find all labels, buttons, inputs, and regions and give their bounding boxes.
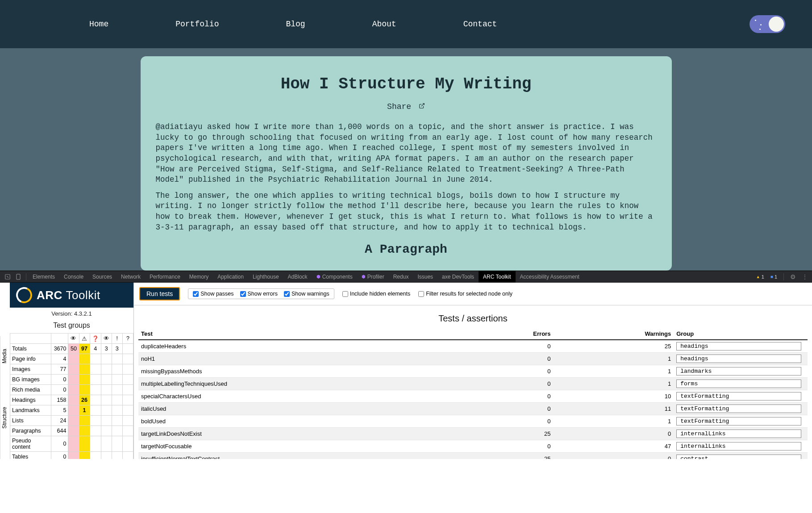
test-group-row[interactable]: Totals36705097433 bbox=[10, 344, 133, 354]
test-groups-title: Test groups bbox=[10, 320, 133, 333]
devtools-tab[interactable]: Console bbox=[59, 271, 88, 283]
devtools-tab[interactable]: Accessibility Assessment bbox=[516, 271, 584, 283]
nav-blog[interactable]: Blog bbox=[286, 20, 305, 29]
theme-toggle-knob bbox=[769, 17, 784, 32]
group-pill[interactable]: textFormatting bbox=[676, 417, 801, 425]
share-link[interactable]: Share bbox=[387, 102, 425, 111]
group-pill[interactable]: forms bbox=[676, 380, 801, 388]
group-pill[interactable]: headings bbox=[676, 355, 801, 363]
arc-logo: ARC Toolkit bbox=[10, 283, 133, 308]
svg-line-0 bbox=[421, 104, 424, 106]
devtools-tab[interactable]: AdBlock bbox=[283, 271, 312, 283]
q-col-icon: ? bbox=[122, 334, 133, 344]
devtools-tab[interactable]: ARC Toolkit bbox=[479, 271, 515, 283]
help-col-icon: ❓ bbox=[90, 334, 101, 344]
test-group-row[interactable]: Page info4 bbox=[10, 354, 133, 364]
hidden-col-icon: 👁 bbox=[101, 334, 112, 344]
col-errors: Errors bbox=[460, 328, 554, 340]
test-row[interactable]: targetNotFocusable047internalLinks bbox=[138, 440, 808, 453]
devtools-tab[interactable]: Components bbox=[312, 271, 357, 283]
nav-contact[interactable]: Contact bbox=[463, 20, 497, 29]
test-group-row[interactable]: Lists24 bbox=[10, 416, 133, 426]
devtools-tab[interactable]: Issues bbox=[413, 271, 437, 283]
test-group-row[interactable]: Landmarks51 bbox=[10, 405, 133, 416]
devtools-tab[interactable]: Profiler bbox=[357, 271, 389, 283]
article-paragraph: The long answer, the one which applies t… bbox=[156, 191, 657, 233]
group-pill[interactable]: contrast bbox=[676, 455, 801, 459]
info-badge[interactable]: 1 bbox=[769, 274, 779, 279]
test-row[interactable]: boldUsed01textFormatting bbox=[138, 415, 808, 428]
devtools-tab[interactable]: Performance bbox=[145, 271, 185, 283]
group-pill[interactable]: internalLinks bbox=[676, 430, 801, 438]
warnings-badge[interactable]: 1 bbox=[754, 274, 766, 279]
inspect-icon[interactable] bbox=[3, 273, 12, 281]
test-group-row[interactable]: BG images0 bbox=[10, 375, 133, 385]
article-title: How I Structure My Writing bbox=[156, 75, 657, 93]
test-row[interactable]: targetLinkDoesNotExist250internalLinks bbox=[138, 428, 808, 440]
group-pill[interactable]: headings bbox=[676, 342, 801, 350]
devtools-tab[interactable]: Sources bbox=[88, 271, 117, 283]
section-label-media: Media bbox=[0, 336, 10, 376]
external-link-icon bbox=[419, 102, 425, 111]
tests-table: Test Errors Warnings Group duplicateHead… bbox=[138, 328, 808, 459]
article-paragraph: @adiatiayu asked how I write more than 1… bbox=[156, 122, 657, 185]
group-pill[interactable]: textFormatting bbox=[676, 405, 801, 413]
devtools-tab[interactable]: Network bbox=[117, 271, 145, 283]
test-row[interactable]: multipleLabellingTechniquesUsed01forms bbox=[138, 378, 808, 390]
include-hidden-checkbox[interactable]: Include hidden elements bbox=[342, 291, 411, 297]
group-pill[interactable]: textFormatting bbox=[676, 392, 801, 400]
primary-nav: Home Portfolio Blog About Contact bbox=[27, 20, 750, 29]
arc-main: Run tests Show passes Show errors Show w… bbox=[134, 283, 812, 459]
devtools-tab[interactable]: Application bbox=[213, 271, 248, 283]
article-card: How I Structure My Writing Share @adiati… bbox=[141, 56, 672, 271]
group-pill[interactable]: landmarks bbox=[676, 367, 801, 375]
show-filter-group: Show passes Show errors Show warnings bbox=[188, 288, 334, 299]
site-body: How I Structure My Writing Share @adiati… bbox=[0, 48, 812, 271]
devtools-tab[interactable]: Redux bbox=[389, 271, 413, 283]
devtools-panel: ElementsConsoleSourcesNetworkPerformance… bbox=[0, 271, 812, 459]
nav-about[interactable]: About bbox=[372, 20, 396, 29]
site-header: Home Portfolio Blog About Contact bbox=[0, 0, 812, 48]
col-group: Group bbox=[674, 328, 808, 340]
devtools-tab[interactable]: Memory bbox=[185, 271, 213, 283]
test-group-row[interactable]: Images77 bbox=[10, 364, 133, 375]
svg-rect-2 bbox=[17, 274, 20, 279]
more-icon[interactable]: ⋮ bbox=[800, 274, 809, 280]
group-pill[interactable]: internalLinks bbox=[676, 442, 801, 450]
devtools-tab[interactable]: axe DevTools bbox=[437, 271, 479, 283]
test-group-row[interactable]: Rich media0 bbox=[10, 385, 133, 395]
test-row[interactable]: insufficientNormalTextContrast250contras… bbox=[138, 453, 808, 459]
device-toggle-icon[interactable] bbox=[13, 273, 23, 281]
devtools-tabbar: ElementsConsoleSourcesNetworkPerformance… bbox=[0, 271, 812, 283]
section-label-structure: Structure bbox=[0, 376, 10, 459]
test-group-row[interactable]: Pseudo content0 bbox=[10, 436, 133, 452]
show-warnings-checkbox[interactable]: Show warnings bbox=[284, 291, 329, 297]
test-groups-table: 👁 ⚠ ❓ 👁 ! ? Totals36705097433Page info4I… bbox=[10, 333, 133, 459]
devtools-tab[interactable]: Elements bbox=[28, 271, 59, 283]
tests-heading: Tests / assertions bbox=[134, 305, 812, 328]
arc-version: Version: 4.3.2.1 bbox=[10, 308, 133, 320]
test-row[interactable]: duplicateHeaders025headings bbox=[138, 340, 808, 353]
test-group-row[interactable]: Headings15826 bbox=[10, 395, 133, 405]
arc-logo-icon bbox=[14, 285, 34, 305]
filter-node-checkbox[interactable]: Filter results for selected node only bbox=[418, 291, 512, 297]
test-row[interactable]: noH101headings bbox=[138, 353, 808, 365]
share-label: Share bbox=[387, 102, 411, 111]
gear-icon[interactable]: ⚙ bbox=[788, 273, 798, 280]
arc-toolbar: Run tests Show passes Show errors Show w… bbox=[134, 283, 812, 305]
test-row[interactable]: italicUsed011textFormatting bbox=[138, 403, 808, 415]
theme-toggle[interactable] bbox=[750, 15, 785, 33]
nav-portfolio[interactable]: Portfolio bbox=[175, 20, 219, 29]
show-passes-checkbox[interactable]: Show passes bbox=[193, 291, 233, 297]
col-warnings: Warnings bbox=[553, 328, 674, 340]
col-test: Test bbox=[138, 328, 460, 340]
test-group-row[interactable]: Paragraphs644 bbox=[10, 426, 133, 436]
test-row[interactable]: missingBypassMethods01landmarks bbox=[138, 365, 808, 378]
nav-home[interactable]: Home bbox=[89, 20, 108, 29]
test-row[interactable]: specialCharactersUsed010textFormatting bbox=[138, 390, 808, 403]
run-tests-button[interactable]: Run tests bbox=[139, 287, 180, 300]
devtools-tab[interactable]: Lighthouse bbox=[248, 271, 283, 283]
warn-col-icon: ⚠ bbox=[79, 334, 90, 344]
show-errors-checkbox[interactable]: Show errors bbox=[240, 291, 278, 297]
test-group-row[interactable]: Tables0 bbox=[10, 452, 133, 459]
